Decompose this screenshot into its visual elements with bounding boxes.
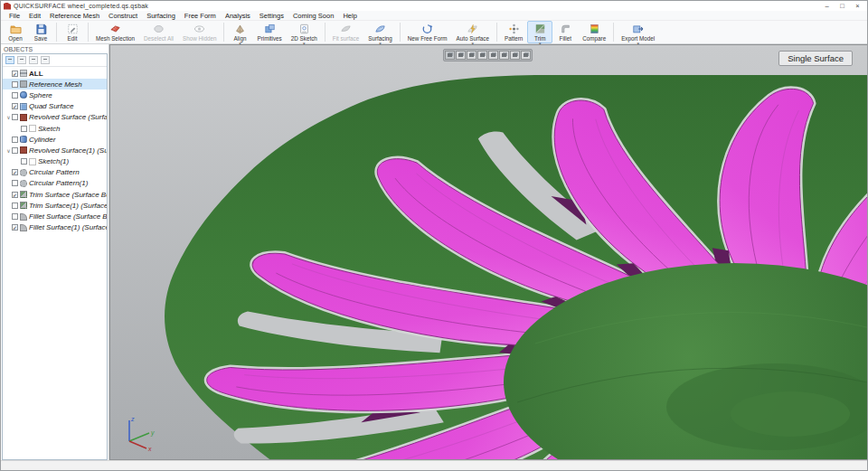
tree-view-icon[interactable] (17, 56, 26, 64)
expand-all-icon[interactable] (29, 56, 38, 64)
auto-surface-button[interactable]: Auto Surface▾ (452, 21, 494, 43)
toolbar-button-label: Primitives (257, 35, 281, 42)
visibility-checkbox[interactable] (21, 158, 27, 165)
tree-item-sketch[interactable]: Sketch (3, 123, 107, 134)
tree-item-label: Sphere (29, 91, 52, 99)
menu-edit[interactable]: Edit (24, 12, 45, 20)
view-front-button[interactable] (456, 51, 466, 60)
view-orientation-bar (443, 49, 533, 61)
quad-surface-icon (20, 103, 27, 110)
tree-item-quad-surface[interactable]: ✓Quad Surface (3, 101, 107, 112)
tree-item-fillet-surface-1-surface-body[interactable]: ✓Fillet Surface(1) (Surface Body) (3, 222, 107, 233)
filter-icon[interactable] (41, 56, 50, 64)
view-isometric-icon (448, 53, 452, 57)
view-bottom-button[interactable] (510, 51, 520, 60)
view-top-button[interactable] (499, 51, 509, 60)
mesh-selection-button[interactable]: Mesh Selection (91, 21, 139, 43)
fit-surface-icon (339, 23, 353, 35)
visibility-checkbox[interactable] (12, 213, 18, 220)
expand-arrow-icon[interactable]: ∨ (5, 147, 12, 154)
visibility-checkbox[interactable]: ✓ (12, 224, 18, 231)
tree-item-circular-pattern[interactable]: ✓Circular Pattern (3, 167, 107, 178)
view-right-icon (491, 53, 495, 57)
view-rotate-button[interactable] (521, 51, 531, 60)
menu-coming-soon[interactable]: Coming Soon (288, 12, 338, 20)
toolbar-button-label: Deselect All (144, 35, 174, 42)
visibility-checkbox[interactable] (12, 137, 18, 143)
toolbar-separator (88, 23, 89, 42)
visibility-checkbox[interactable] (12, 92, 18, 99)
visibility-checkbox[interactable]: ✓ (12, 71, 18, 77)
save-button[interactable]: Save (28, 21, 53, 43)
tree-item-cylinder[interactable]: Cylinder (3, 134, 107, 145)
visibility-checkbox[interactable] (12, 147, 18, 154)
edit-button[interactable]: Edit (60, 21, 85, 43)
surfacing-icon (373, 23, 387, 35)
menu-surfacing[interactable]: Surfacing (142, 12, 180, 20)
deselect-all-button: Deselect All (139, 21, 178, 43)
tree-item-label: Reference Mesh (29, 80, 82, 89)
window-title: QUICKSURFACE wheel_completed.qs.qsbak (14, 3, 148, 9)
tree-item-trim-surface-1-surface-body[interactable]: Trim Surface(1) (Surface Body) (3, 200, 107, 211)
visibility-checkbox[interactable] (12, 203, 18, 209)
maximize-button[interactable]: □ (835, 1, 850, 11)
tree-item-label: Trim Surface(1) (Surface Body) (29, 202, 107, 210)
tree-item-label: Circular Pattern (29, 168, 80, 176)
view-back-button[interactable] (467, 51, 476, 60)
open-button[interactable]: Open (3, 21, 28, 43)
visibility-checkbox[interactable] (12, 114, 18, 120)
tree-item-all[interactable]: ✓ALL (3, 68, 107, 79)
visibility-checkbox[interactable]: ✓ (12, 169, 18, 175)
trim-button[interactable]: Trim▾ (527, 21, 552, 43)
minimize-button[interactable]: – (819, 1, 835, 11)
tree-item-circular-pattern-1[interactable]: Circular Pattern(1) (3, 178, 107, 189)
expand-arrow-icon[interactable]: ∨ (5, 114, 12, 120)
tree-item-reference-mesh[interactable]: Reference Mesh (3, 79, 107, 89)
close-button[interactable]: × (850, 1, 865, 11)
toolbar-button-label: Save (34, 35, 47, 42)
align-button[interactable]: Align▾ (227, 21, 252, 43)
tree-item-trim-surface-surface-body[interactable]: ✓Trim Surface (Surface Body) (3, 189, 107, 200)
sketch-icon (29, 125, 36, 132)
tree-item-fillet-surface-surface-body[interactable]: Fillet Surface (Surface Body) (3, 211, 107, 221)
2d-sketch-button[interactable]: 2D Sketch▾ (287, 21, 322, 43)
single-surface-button[interactable]: Single Surface (778, 51, 853, 66)
menu-free-form[interactable]: Free Form (180, 12, 221, 20)
circular-pattern-icon (20, 169, 27, 176)
visibility-checkbox[interactable] (12, 180, 18, 186)
tree-item-label: Fillet Surface(1) (Surface Body) (29, 223, 107, 231)
tree-item-revolved-surface-surface-body[interactable]: ∨Revolved Surface (Surface Body) (3, 112, 107, 123)
menu-construct[interactable]: Construct (104, 12, 142, 20)
reference-mesh-icon (20, 80, 27, 88)
fillet-button[interactable]: Fillet (552, 21, 578, 43)
tree-item-sketch-1[interactable]: Sketch(1) (3, 156, 107, 167)
primitives-button[interactable]: Primitives (252, 21, 286, 43)
tree-item-revolved-surface-1-surface-body[interactable]: ∨Revolved Surface(1) (Surface Body) (3, 145, 107, 155)
view-right-button[interactable] (488, 51, 498, 60)
objects-panel-toolbar (3, 54, 107, 67)
viewport-3d[interactable]: Single Surface z y x (109, 44, 867, 460)
tree-item-label: Trim Surface (Surface Body) (29, 191, 107, 199)
menu-help[interactable]: Help (338, 12, 361, 20)
menu-settings[interactable]: Settings (255, 12, 288, 20)
visibility-checkbox[interactable]: ✓ (12, 103, 18, 109)
visibility-checkbox[interactable] (12, 81, 18, 88)
window-controls: –□× (819, 1, 865, 11)
open-icon (9, 23, 23, 35)
compare-button[interactable]: Compare (578, 21, 610, 43)
export-model-button[interactable]: Export Model▾ (617, 21, 659, 43)
list-view-icon[interactable] (5, 56, 14, 64)
menu-file[interactable]: File (5, 12, 24, 20)
menu-reference-mesh[interactable]: Reference Mesh (45, 12, 104, 20)
tree-item-sphere[interactable]: Sphere (3, 89, 107, 100)
menu-analysis[interactable]: Analysis (221, 12, 255, 20)
visibility-checkbox[interactable]: ✓ (12, 192, 18, 198)
new-free-form-button[interactable]: New Free Form (403, 21, 452, 43)
pattern-button[interactable]: Pattern (500, 21, 527, 43)
sphere-icon (20, 91, 27, 99)
view-isometric-button[interactable] (445, 51, 455, 60)
view-left-button[interactable] (477, 51, 487, 60)
tree-item-label: Sketch (38, 125, 60, 133)
surfacing-button[interactable]: Surfacing▾ (363, 21, 397, 43)
visibility-checkbox[interactable] (21, 126, 27, 132)
